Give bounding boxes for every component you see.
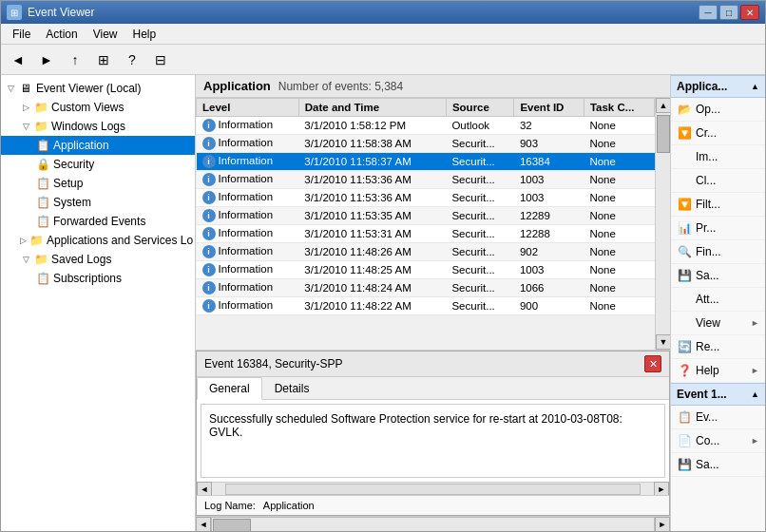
hscroll-track[interactable] xyxy=(225,484,641,495)
action-view[interactable]: View ► xyxy=(671,312,765,335)
action-import[interactable]: Im... xyxy=(671,145,765,169)
cell-task: None xyxy=(584,171,654,189)
menu-help[interactable]: Help xyxy=(125,26,164,43)
action-attach[interactable]: Att... xyxy=(671,288,765,312)
cell-level: iInformation xyxy=(197,153,299,171)
cell-task: None xyxy=(584,135,654,153)
sidebar-item-custom-views[interactable]: ▷ 📁 Custom Views xyxy=(1,98,195,117)
expand-custom-views-icon: ▷ xyxy=(20,102,31,113)
attach-icon xyxy=(677,292,692,307)
events-area: Application Number of events: 5,384 Leve… xyxy=(196,75,670,351)
subscriptions-icon: 📋 xyxy=(35,271,50,286)
table-row[interactable]: iInformation3/1/2010 1:58:12 PMOutlook32… xyxy=(197,117,655,135)
toolbar-back[interactable]: ◄ xyxy=(5,48,31,72)
menu-view[interactable]: View xyxy=(86,26,125,43)
action-refresh[interactable]: 🔄 Re... xyxy=(671,335,765,359)
col-task[interactable]: Task C... xyxy=(584,99,654,117)
col-datetime[interactable]: Date and Time xyxy=(298,99,446,117)
toolbar-up[interactable]: ↑ xyxy=(62,48,88,72)
window-title: Event Viewer xyxy=(28,6,699,19)
table-row[interactable]: iInformation3/1/2010 11:48:24 AMSecurit.… xyxy=(197,279,655,297)
action-filter[interactable]: 🔽 Filt... xyxy=(671,193,765,217)
vscroll-down[interactable]: ▼ xyxy=(656,334,670,350)
saved-logs-icon: 📁 xyxy=(33,252,48,267)
sidebar-item-application[interactable]: 📋 Application xyxy=(1,136,195,155)
cell-eventid: 12288 xyxy=(514,225,584,243)
action-event-view[interactable]: 📋 Ev... xyxy=(671,406,765,429)
action-copy[interactable]: 📄 Co... ► xyxy=(671,429,765,453)
toolbar-grid[interactable]: ⊞ xyxy=(90,48,117,72)
vscroll-track[interactable] xyxy=(656,113,670,334)
col-source[interactable]: Source xyxy=(446,99,513,117)
sidebar-item-app-services[interactable]: ▷ 📁 Applications and Services Lo xyxy=(1,231,195,250)
scroll-track-bottom[interactable] xyxy=(211,517,655,532)
find-icon: 🔍 xyxy=(677,244,692,259)
action-properties[interactable]: 📊 Pr... xyxy=(671,217,765,240)
hscroll-left-bottom[interactable]: ◄ xyxy=(196,517,211,532)
bottom-scrollbar[interactable]: ◄ ► xyxy=(196,516,670,531)
window-controls: ─ □ ✕ xyxy=(699,5,759,20)
detail-close-button[interactable]: ✕ xyxy=(644,355,661,372)
toolbar-forward[interactable]: ► xyxy=(33,48,60,72)
table-row[interactable]: iInformation3/1/2010 11:53:35 AMSecurit.… xyxy=(197,207,655,225)
toolbar-properties[interactable]: ⊟ xyxy=(147,48,174,72)
col-eventid[interactable]: Event ID xyxy=(514,99,584,117)
sidebar-item-system[interactable]: 📋 System xyxy=(1,193,195,212)
toolbar-help[interactable]: ? xyxy=(119,48,145,72)
detail-hscrollbar[interactable]: ◄ ► xyxy=(197,482,669,495)
sidebar-item-subscriptions[interactable]: 📋 Subscriptions xyxy=(1,269,195,288)
vscroll-up[interactable]: ▲ xyxy=(656,98,670,113)
tab-details[interactable]: Details xyxy=(262,377,322,400)
sidebar-item-setup[interactable]: 📋 Setup xyxy=(1,174,195,193)
sidebar-item-forwarded[interactable]: 📋 Forwarded Events xyxy=(1,212,195,231)
table-row[interactable]: iInformation3/1/2010 11:48:25 AMSecurit.… xyxy=(197,261,655,279)
maximize-button[interactable]: □ xyxy=(719,5,738,20)
cell-datetime: 3/1/2010 11:58:38 AM xyxy=(298,135,446,153)
sidebar-item-root[interactable]: ▽ 🖥 Event Viewer (Local) xyxy=(1,79,195,98)
table-row[interactable]: iInformation3/1/2010 11:53:31 AMSecurit.… xyxy=(197,225,655,243)
cell-datetime: 3/1/2010 1:58:12 PM xyxy=(298,117,446,135)
custom-views-icon: 📁 xyxy=(33,100,48,115)
sidebar-item-saved-logs[interactable]: ▽ 📁 Saved Logs xyxy=(1,250,195,269)
table-row[interactable]: iInformation3/1/2010 11:53:36 AMSecurit.… xyxy=(197,189,655,207)
menu-action[interactable]: Action xyxy=(38,26,85,43)
vscroll-thumb[interactable] xyxy=(657,115,670,153)
action-clear[interactable]: Cl... xyxy=(671,169,765,193)
action-find[interactable]: 🔍 Fin... xyxy=(671,240,765,264)
scroll-thumb-bottom[interactable] xyxy=(213,519,251,532)
actions-section-2-header[interactable]: Event 1... ▲ xyxy=(671,383,765,406)
menu-file[interactable]: File xyxy=(5,26,38,43)
detail-description[interactable]: Successfully scheduled Software Protecti… xyxy=(201,404,665,478)
detail-log-info: Log Name: Application xyxy=(197,495,669,515)
security-icon: 🔒 xyxy=(35,157,50,172)
hscroll-right-bottom[interactable]: ► xyxy=(655,517,670,532)
minimize-button[interactable]: ─ xyxy=(699,5,718,20)
sidebar-item-security[interactable]: 🔒 Security xyxy=(1,155,195,174)
table-row[interactable]: iInformation3/1/2010 11:58:37 AMSecurit.… xyxy=(197,153,655,171)
col-level[interactable]: Level xyxy=(197,99,299,117)
action-help[interactable]: ❓ Help ► xyxy=(671,359,765,383)
table-row[interactable]: iInformation3/1/2010 11:48:26 AMSecurit.… xyxy=(197,243,655,261)
action-save[interactable]: 💾 Sa... xyxy=(671,264,765,288)
cell-eventid: 902 xyxy=(514,243,584,261)
tab-general[interactable]: General xyxy=(197,377,262,400)
action-open[interactable]: 📂 Op... xyxy=(671,98,765,122)
table-row[interactable]: iInformation3/1/2010 11:48:22 AMSecurit.… xyxy=(197,297,655,315)
action-create[interactable]: 🔽 Cr... xyxy=(671,122,765,145)
cell-eventid: 1003 xyxy=(514,189,584,207)
table-row[interactable]: iInformation3/1/2010 11:58:38 AMSecurit.… xyxy=(197,135,655,153)
sidebar: ▽ 🖥 Event Viewer (Local) ▷ 📁 Custom View… xyxy=(1,75,196,531)
table-row[interactable]: iInformation3/1/2010 11:53:36 AMSecurit.… xyxy=(197,171,655,189)
actions-section-1-header[interactable]: Applica... ▲ xyxy=(671,75,765,98)
action-save-event[interactable]: 💾 Sa... xyxy=(671,453,765,477)
setup-icon: 📋 xyxy=(35,176,50,191)
sidebar-item-windows-logs[interactable]: ▽ 📁 Windows Logs xyxy=(1,117,195,136)
info-icon: i xyxy=(202,245,216,258)
table-container[interactable]: Level Date and Time Source Event ID Task… xyxy=(196,98,655,350)
table-vscrollbar[interactable]: ▲ ▼ xyxy=(655,98,670,350)
info-icon: i xyxy=(202,119,216,132)
actions-section-2-arrow: ▲ xyxy=(751,390,759,399)
window-close-button[interactable]: ✕ xyxy=(740,5,759,20)
action-create-label: Cr... xyxy=(696,126,717,140)
detail-title: Event 16384, Security-SPP xyxy=(204,357,342,370)
